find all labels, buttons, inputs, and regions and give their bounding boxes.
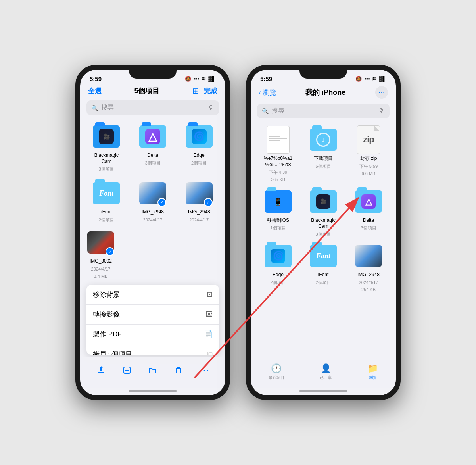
delete-btn[interactable] <box>170 361 187 379</box>
file-item-ifont[interactable]: Font iFont 2個項目 <box>85 179 128 223</box>
more-btn[interactable]: ⋯ <box>196 361 213 379</box>
notch-right <box>299 65 347 79</box>
top-file-grid: 🎥 BlackmagicCam 3個項目 △ <box>85 121 221 173</box>
edge-sub: 2個項目 <box>191 160 207 166</box>
file-item-ifont-right[interactable]: Font iFont 2個項目 <box>302 242 344 292</box>
tab-browse-label: 瀏覽 <box>369 375 377 380</box>
nav-title-left: 5個項目 <box>134 86 159 96</box>
search-bar-left[interactable]: 🔍 搜尋 🎙 <box>86 100 219 115</box>
grid-area-left: 🎥 BlackmagicCam 3個項目 △ <box>80 119 225 282</box>
edge-label: Edge <box>194 152 205 159</box>
folder-delta-right-icon: △ <box>355 190 382 213</box>
zip-sub1: 下午 5:59 <box>359 163 378 169</box>
edge-right-label: Edge <box>273 272 284 278</box>
signal-icon-right: 🔕 <box>355 76 362 82</box>
img3002-wrap: ✓ <box>86 228 115 257</box>
tab-browse-icon: 📁 <box>367 363 378 374</box>
folder-btn[interactable] <box>144 361 161 379</box>
grid-icon-left[interactable]: ⊞ <box>192 86 199 96</box>
img2948-2-label: IMG_2948 <box>188 209 210 215</box>
folder-bm-wrap: 🎥 <box>92 122 121 151</box>
folder-ifont-icon: Font <box>93 182 120 204</box>
img2948-1-wrap: ✓ <box>138 179 167 208</box>
bottom-toolbar-left: ⋯ <box>80 357 225 388</box>
svg-rect-0 <box>98 372 104 373</box>
context-menu: 移除背景 ⊡ 轉換影像 🖼 製作 PDF 📄 拷貝 5個項目 ⧉ 標籤 <box>86 285 219 355</box>
tab-bar-right: 🕐 最近項目 👤 已共享 📁 瀏覽 <box>251 360 396 388</box>
select-all-btn[interactable]: 全選 <box>88 86 102 96</box>
folder-download-wrap: ↓ <box>309 125 338 154</box>
menu-convert[interactable]: 轉換影像 🖼 <box>86 305 219 325</box>
status-icons-left: 🔕 ▪▪▪ ≋ ▓▌ <box>185 76 216 82</box>
file-item-bm[interactable]: 🎥 BlackmagicCam 3個項目 <box>85 122 128 172</box>
zip-text: zip <box>363 135 374 145</box>
back-btn-right[interactable]: 瀏覽 <box>263 88 276 97</box>
folder-delta-icon: △ <box>139 125 166 148</box>
file-item-edge[interactable]: 🌀 Edge 2個項目 <box>177 122 221 172</box>
time-left: 5:59 <box>90 75 102 82</box>
more-circle-btn[interactable]: ⋯ <box>375 86 388 99</box>
ifont-right-text: Font <box>315 249 332 263</box>
search-bar-right[interactable]: 🔍 搜尋 🎙 <box>257 104 390 118</box>
folder-ifont-wrap: Font <box>92 179 121 208</box>
file-item-zip[interactable]: zip 封存.zip 下午 5:59 6.6 MB <box>347 125 390 183</box>
file-item-doc[interactable]: %e7%b0%a1%e5...1%a8 下午 4:39 365 KB <box>257 125 299 183</box>
tab-browse[interactable]: 📁 瀏覽 <box>367 363 378 380</box>
mic-icon-left[interactable]: 🎙 <box>208 104 214 111</box>
img2948-2-sub: 2024/4/17 <box>189 217 209 223</box>
file-item-img2948-1[interactable]: ✓ IMG_2948 2024/4/17 <box>131 179 175 223</box>
delta-right-label: Delta <box>363 217 374 224</box>
file-item-edge-right[interactable]: 🌀 Edge 2個項目 <box>257 242 299 292</box>
menu-pdf-icon: 📄 <box>204 330 213 338</box>
file-item-img3002[interactable]: ✓ IMG_3002 2024/4/17 3.4 MB <box>85 228 117 279</box>
nav-title-right: 我的 iPhone <box>305 88 345 97</box>
file-item-migrate[interactable]: 📱 移轉到iOS 1個項目 <box>257 187 299 237</box>
notch-left <box>129 65 177 79</box>
file-item-img2948-right[interactable]: IMG_2948 2024/4/17 254 KB <box>347 242 390 292</box>
bm-label: BlackmagicCam <box>94 152 119 165</box>
wifi-icon-right: ▪▪▪ <box>364 76 370 82</box>
battery-icon-right: ▓▌ <box>379 76 386 82</box>
menu-copy[interactable]: 拷貝 5個項目 ⧉ <box>86 344 219 355</box>
add-btn[interactable] <box>118 361 136 379</box>
folder-bm-right-wrap: 🎥 <box>309 187 338 216</box>
doc-wrap <box>264 125 292 154</box>
more-circle-icon: ⋯ <box>378 89 385 96</box>
delta-label: Delta <box>147 152 158 159</box>
bm-right-sub: 3個項目 <box>315 231 331 237</box>
menu-remove-bg[interactable]: 移除背景 ⊡ <box>86 285 219 305</box>
file-item-delta-right[interactable]: △ Delta 3個項目 <box>347 187 390 237</box>
home-indicator-left <box>129 390 177 392</box>
mic-icon-right[interactable]: 🎙 <box>378 108 385 115</box>
zip-wrap: zip <box>354 125 383 154</box>
done-btn[interactable]: 完成 <box>204 86 217 96</box>
menu-pdf-label: 製作 PDF <box>93 330 122 339</box>
wifi-signal-left: ≋ <box>202 76 206 82</box>
search-icon-left: 🔍 <box>91 105 98 111</box>
share-btn[interactable] <box>92 361 110 379</box>
file-item-bm-right[interactable]: 🎥 BlackmagicCam 3個項目 <box>302 187 344 237</box>
ifont-sub: 2個項目 <box>99 217 114 223</box>
nav-bar-left: 全選 5個項目 ⊞ 完成 <box>80 84 225 99</box>
file-item-download[interactable]: ↓ 下載項目 5個項目 <box>302 125 344 183</box>
file-item-delta[interactable]: △ Delta 3個項目 <box>131 122 175 172</box>
ifont-text: Font <box>98 186 115 200</box>
folder-edge-wrap: 🌀 <box>185 122 213 151</box>
folder-download-icon: ↓ <box>310 129 337 151</box>
tab-shared[interactable]: 👤 已共享 <box>320 363 332 380</box>
download-sub: 5個項目 <box>315 163 331 169</box>
check-badge-2: ✓ <box>204 198 213 207</box>
ifont-label: iFont <box>101 209 112 215</box>
menu-pdf[interactable]: 製作 PDF 📄 <box>86 325 219 344</box>
doc-label: %e7%b0%a1%e5...1%a8 <box>264 156 292 168</box>
search-placeholder-left: 搜尋 <box>101 104 205 112</box>
bm-right-label: BlackmagicCam <box>311 217 335 230</box>
folder-bm-icon: 🎥 <box>93 125 120 148</box>
tab-recent[interactable]: 🕐 最近項目 <box>269 363 284 380</box>
wifi-signal-right: ≋ <box>372 76 376 82</box>
bottom-row: ✓ IMG_3002 2024/4/17 3.4 MB <box>85 224 221 281</box>
file-item-img2948-2[interactable]: ✓ IMG_2948 2024/4/17 <box>177 179 221 223</box>
download-label: 下載項目 <box>314 156 333 162</box>
tab-shared-icon: 👤 <box>321 363 331 374</box>
migrate-sub: 1個項目 <box>270 225 286 231</box>
